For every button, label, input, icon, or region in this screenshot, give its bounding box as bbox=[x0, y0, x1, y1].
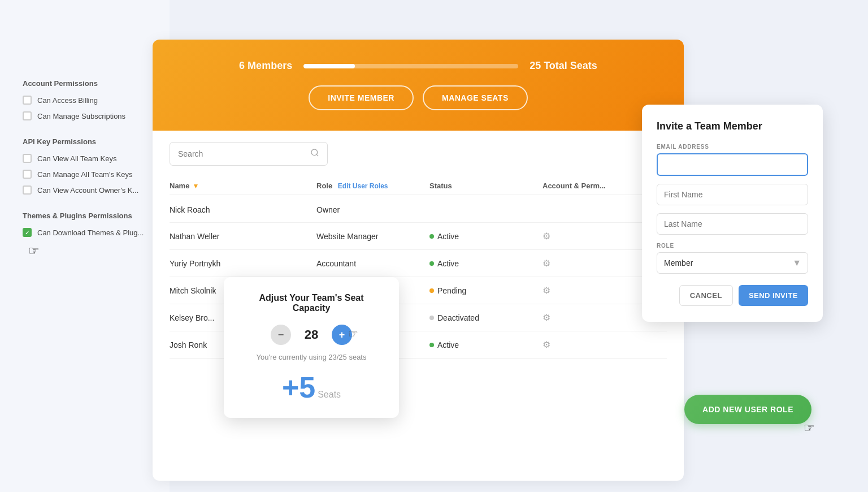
subscriptions-label: Can Manage Subscriptions bbox=[37, 112, 125, 120]
table-row: Nathan Weller Website Manager Active ⚙ bbox=[170, 223, 667, 250]
row-gear[interactable]: ⚙ bbox=[542, 285, 656, 296]
sidebar-item-view-keys[interactable]: Can View All Team Keys bbox=[23, 154, 147, 163]
account-permissions-section: Account Permissions Can Access Billing C… bbox=[23, 79, 147, 120]
total-seats: 25 Total Seats bbox=[530, 60, 597, 72]
invite-panel: Invite a Team Member EMAIL ADDRESS ROLE … bbox=[642, 105, 823, 322]
gear-icon[interactable]: ⚙ bbox=[542, 258, 550, 268]
sort-icon[interactable]: ▼ bbox=[192, 182, 199, 190]
members-count: 6 Members bbox=[239, 60, 292, 72]
themes-permissions-title: Themes & Plugins Permissions bbox=[23, 212, 147, 220]
row-gear[interactable]: ⚙ bbox=[542, 339, 656, 350]
status-dot-active bbox=[429, 261, 434, 266]
row-name: Yuriy Portnykh bbox=[170, 259, 316, 268]
gear-icon[interactable]: ⚙ bbox=[542, 340, 550, 349]
sidebar-item-owner-keys[interactable]: Can View Account Owner's K... bbox=[23, 185, 147, 195]
seat-using-text: You're currently using 23/25 seats bbox=[241, 353, 382, 361]
send-invite-button[interactable]: SEND INVITE bbox=[739, 285, 808, 306]
seats-progress-bar bbox=[303, 64, 518, 68]
search-bar bbox=[170, 142, 328, 166]
role-label: ROLE bbox=[657, 243, 808, 249]
manage-keys-checkbox[interactable] bbox=[23, 170, 32, 179]
view-keys-label: Can View All Team Keys bbox=[37, 154, 116, 163]
api-key-permissions-section: API Key Permissions Can View All Team Ke… bbox=[23, 137, 147, 195]
status-dot-active bbox=[429, 234, 434, 239]
col-role: Role Edit User Roles bbox=[316, 182, 429, 190]
last-name-input[interactable] bbox=[657, 213, 808, 235]
search-input[interactable] bbox=[178, 149, 305, 158]
row-role: Owner bbox=[316, 205, 429, 214]
row-role: Website Manager bbox=[316, 232, 429, 241]
email-label: EMAIL ADDRESS bbox=[657, 144, 808, 150]
manage-keys-label: Can Manage All Team's Keys bbox=[37, 170, 132, 179]
seats-progress-fill bbox=[303, 64, 355, 68]
download-themes-checkbox[interactable] bbox=[23, 228, 32, 237]
gear-icon[interactable]: ⚙ bbox=[542, 313, 550, 322]
row-status: Active bbox=[429, 340, 542, 349]
row-status: Pending bbox=[429, 286, 542, 295]
view-keys-checkbox[interactable] bbox=[23, 154, 32, 163]
status-dot-pending bbox=[429, 288, 434, 293]
invite-actions: CANCEL SEND INVITE bbox=[657, 285, 808, 306]
api-key-permissions-title: API Key Permissions bbox=[23, 137, 147, 146]
seat-capacity-popup: Adjust Your Team's Seat Capacity − 28 + … bbox=[224, 277, 399, 418]
sidebar-item-subscriptions[interactable]: Can Manage Subscriptions bbox=[23, 111, 147, 120]
themes-permissions-section: Themes & Plugins Permissions Can Downloa… bbox=[23, 212, 147, 258]
row-status: Active bbox=[429, 232, 542, 241]
mouse-cursor: ☞ bbox=[28, 244, 147, 258]
billing-label: Can Access Billing bbox=[37, 96, 98, 105]
svg-line-1 bbox=[316, 154, 318, 156]
subscriptions-checkbox[interactable] bbox=[23, 111, 32, 120]
status-badge: Active bbox=[429, 232, 542, 241]
row-status: Active bbox=[429, 259, 542, 268]
role-select-wrap: Member Admin Owner ▼ bbox=[657, 252, 808, 274]
row-name: Nick Roach bbox=[170, 205, 316, 214]
billing-checkbox[interactable] bbox=[23, 96, 32, 105]
header-buttons: INVITE MEMBER MANAGE SEATS bbox=[309, 85, 527, 110]
owner-keys-label: Can View Account Owner's K... bbox=[37, 186, 138, 195]
table-row: Nick Roach Owner bbox=[170, 197, 667, 223]
sidebar-item-manage-keys[interactable]: Can Manage All Team's Keys bbox=[23, 170, 147, 179]
status-badge: Active bbox=[429, 259, 542, 268]
row-gear[interactable]: ⚙ bbox=[542, 312, 656, 323]
mouse-cursor-seat: ☞ bbox=[348, 327, 358, 340]
seats-info: 6 Members 25 Total Seats bbox=[186, 60, 650, 72]
sidebar-item-billing[interactable]: Can Access Billing bbox=[23, 96, 147, 105]
manage-seats-button[interactable]: MANAGE SEATS bbox=[423, 85, 528, 110]
edit-user-roles-link[interactable]: Edit User Roles bbox=[338, 182, 388, 190]
table-row: Yuriy Portnykh Accountant Active ⚙ bbox=[170, 250, 667, 277]
seat-controls: − 28 + bbox=[241, 325, 382, 345]
gear-icon[interactable]: ⚙ bbox=[542, 231, 550, 241]
orange-header: 6 Members 25 Total Seats INVITE MEMBER M… bbox=[153, 40, 684, 131]
invite-member-button[interactable]: INVITE MEMBER bbox=[309, 85, 414, 110]
status-badge: Deactivated bbox=[429, 313, 542, 322]
add-new-user-role-button[interactable]: ADD NEW USER ROLE bbox=[684, 395, 811, 424]
status-dot-active bbox=[429, 343, 434, 347]
first-name-input[interactable] bbox=[657, 184, 808, 205]
svg-point-0 bbox=[311, 149, 318, 156]
row-name: Nathan Weller bbox=[170, 232, 316, 241]
cancel-button[interactable]: CANCEL bbox=[679, 285, 733, 306]
invite-panel-title: Invite a Team Member bbox=[657, 120, 808, 132]
sidebar-item-download-themes[interactable]: Can Download Themes & Plug... bbox=[23, 228, 147, 237]
seat-add-number: +5 bbox=[282, 371, 315, 404]
col-permissions: Account & Perm... bbox=[542, 182, 656, 190]
mouse-cursor-role: ☞ bbox=[804, 421, 815, 435]
account-permissions-title: Account Permissions bbox=[23, 79, 147, 88]
search-icon bbox=[310, 148, 319, 159]
status-badge: Pending bbox=[429, 286, 542, 295]
col-status: Status bbox=[429, 182, 542, 190]
col-name: Name ▼ bbox=[170, 182, 316, 190]
decrease-seats-button[interactable]: − bbox=[271, 325, 291, 345]
table-header: Name ▼ Role Edit User Roles Status Accou… bbox=[170, 177, 667, 195]
row-status: Deactivated bbox=[429, 313, 542, 322]
seat-popup-title: Adjust Your Team's Seat Capacity bbox=[241, 293, 382, 313]
row-gear[interactable]: ⚙ bbox=[542, 258, 656, 269]
download-themes-label: Can Download Themes & Plug... bbox=[37, 228, 144, 237]
seat-add-label: Seats bbox=[318, 390, 341, 399]
row-gear[interactable]: ⚙ bbox=[542, 231, 656, 241]
row-role: Accountant bbox=[316, 259, 429, 268]
owner-keys-checkbox[interactable] bbox=[23, 185, 32, 195]
email-input[interactable] bbox=[657, 153, 808, 176]
gear-icon[interactable]: ⚙ bbox=[542, 286, 550, 295]
role-select[interactable]: Member Admin Owner bbox=[657, 252, 808, 274]
